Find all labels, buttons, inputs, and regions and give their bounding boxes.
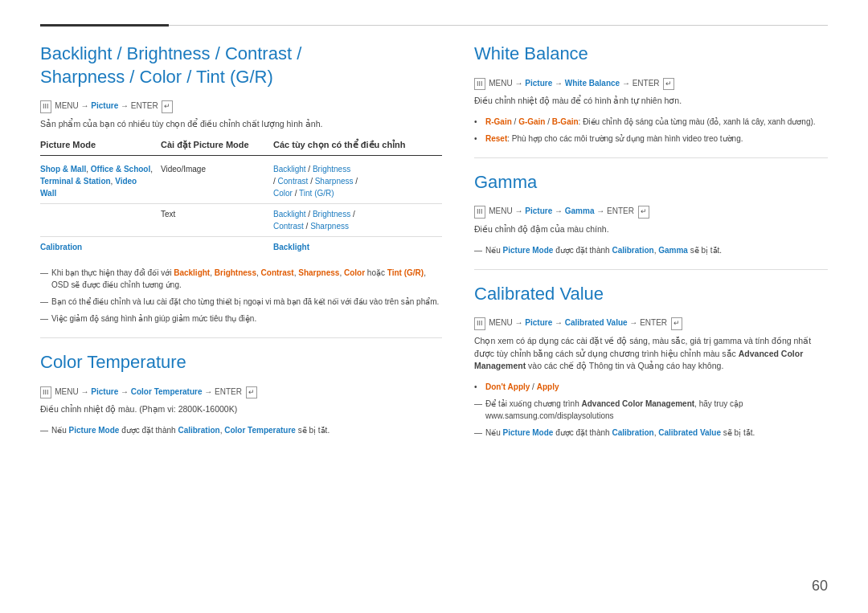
header-col1: Picture Mode — [40, 138, 161, 152]
color-temp-menu-path: III MENU → Picture → Color Temperature →… — [40, 386, 442, 399]
main-content: Backlight / Brightness / Contrast / Shar… — [40, 43, 828, 443]
row1-col2: Video/Image — [161, 163, 273, 175]
acm-bold-2: Advanced Color Management — [582, 399, 695, 408]
picture-link-cv: Picture — [525, 318, 552, 327]
gamma-link: Gamma — [565, 206, 595, 215]
enter-icon-wb: ↵ — [663, 78, 674, 91]
apply: Apply — [537, 382, 559, 391]
g-gain: G-Gain — [518, 117, 545, 126]
cal-col3: Backlight — [273, 241, 442, 253]
header-col2: Cài đặt Picture Mode — [161, 138, 273, 152]
gamma-bold: Gamma — [658, 246, 688, 255]
color-link: Color — [273, 189, 293, 198]
color-bold: Color — [344, 268, 365, 277]
contrast-link: Contrast — [278, 177, 309, 186]
color-temp-desc: Điều chỉnh nhiệt độ màu. (Phạm vi: 2800K… — [40, 403, 442, 416]
backlight-notes: Khi bạn thực hiện thay đổi đối với Backl… — [40, 267, 442, 325]
brightness-bold: Brightness — [215, 268, 256, 277]
calibration-bold-g: Calibration — [612, 246, 653, 255]
color-temp-link: Color Temperature — [131, 387, 203, 396]
note-3: Việc giảm độ sáng hình ảnh giúp giảm mức… — [40, 313, 442, 325]
divider-2 — [474, 157, 828, 158]
r-gain: R-Gain — [485, 117, 512, 126]
color-temp-title: Color Temperature — [40, 351, 442, 374]
backlight-desc: Sản phẩm của bạn có nhiều tùy chọn để đi… — [40, 118, 442, 131]
shop-mall-link: Shop & Mall — [40, 165, 86, 174]
row2-col2: Text — [161, 208, 273, 220]
menu-icon-g: III — [474, 206, 485, 219]
video-link: Video — [115, 177, 137, 186]
backlight-link2: Backlight — [273, 210, 306, 219]
border-right — [169, 25, 828, 26]
white-balance-desc: Điều chỉnh nhiệt độ màu để có hình ảnh t… — [474, 95, 828, 108]
contrast-bold: Contrast — [261, 268, 294, 277]
calibrated-value-title: Calibrated Value — [474, 283, 828, 306]
picture-link: Picture — [91, 101, 118, 110]
calibration-bold-cv: Calibration — [612, 428, 653, 437]
picture-link-g: Picture — [525, 206, 552, 215]
backlight-title: Backlight / Brightness / Contrast / Shar… — [40, 43, 442, 88]
terminal-link: Terminal & Station — [40, 177, 111, 186]
gamma-title: Gamma — [474, 171, 828, 194]
row1-col3: Backlight / Brightness / Contrast / Shar… — [273, 163, 442, 199]
calibration-row: Calibration Backlight — [40, 237, 442, 257]
wb-bullet-1: R-Gain / G-Gain / B-Gain: Điều chỉnh độ … — [474, 116, 828, 128]
tint-bold: Tint (G/R) — [387, 268, 424, 277]
b-gain: B-Gain — [552, 117, 579, 126]
top-border — [40, 24, 828, 27]
row1-col1: Shop & Mall, Office & School, Terminal &… — [40, 163, 161, 199]
white-balance-menu-path: III MENU → Picture → White Balance → ENT… — [474, 77, 828, 91]
note-1: Khi bạn thực hiện thay đổi đối với Backl… — [40, 267, 442, 291]
wall-link: Wall — [40, 189, 56, 198]
left-column: Backlight / Brightness / Contrast / Shar… — [40, 43, 442, 443]
picture-link-ct: Picture — [91, 387, 118, 396]
picture-mode-bold-g: Picture Mode — [503, 246, 554, 255]
calibration-bold: Calibration — [178, 426, 219, 435]
color-temp-bold: Color Temperature — [224, 426, 296, 435]
calibrated-value-menu-path: III MENU → Picture → Calibrated Value → … — [474, 317, 828, 330]
table-row-2: Text Backlight / Brightness / Contrast /… — [40, 204, 442, 237]
cv-link: Calibrated Value — [565, 318, 628, 327]
brightness-link2: Brightness — [313, 210, 350, 219]
border-left — [40, 24, 169, 27]
picture-mode-bold: Picture Mode — [69, 426, 120, 435]
enter-icon-ct: ↵ — [246, 386, 257, 399]
row2-col3: Backlight / Brightness / Contrast / Shar… — [273, 208, 442, 232]
menu-icon-wb: III — [474, 78, 485, 91]
menu-label: MENU — [55, 101, 80, 110]
enter-icon-g: ↵ — [638, 206, 649, 219]
enter-icon-cv: ↵ — [671, 317, 682, 330]
backlight-link: Backlight — [273, 165, 306, 174]
wb-bullet-2: Reset: Phù hợp cho các môi trường sử dụn… — [474, 133, 828, 145]
picture-link-wb: Picture — [525, 79, 552, 88]
picture-mode-table: Picture Mode Cài đặt Picture Mode Các tù… — [40, 138, 442, 257]
sharpness-link: Sharpness — [315, 177, 354, 186]
page: Backlight / Brightness / Contrast / Shar… — [0, 0, 868, 613]
table-row: Shop & Mall, Office & School, Terminal &… — [40, 159, 442, 204]
white-balance-title: White Balance — [474, 43, 828, 66]
cv-bullet-1: Don't Apply / Apply — [474, 381, 828, 393]
header-col3: Các tùy chọn có thể điều chỉnh — [273, 138, 442, 152]
divider-1 — [40, 337, 442, 338]
wb-link: White Balance — [565, 79, 620, 88]
menu-icon: III — [40, 100, 51, 113]
picture-mode-bold-cv: Picture Mode — [503, 428, 554, 437]
sharpness-link2: Sharpness — [310, 222, 349, 231]
calibrated-value-desc: Chọn xem có áp dụng các cài đặt về độ sá… — [474, 335, 828, 373]
sharpness-bold: Sharpness — [298, 268, 339, 277]
dont-apply: Don't Apply — [485, 382, 530, 391]
right-column: White Balance III MENU → Picture → White… — [474, 43, 828, 443]
table-header: Picture Mode Cài đặt Picture Mode Các tù… — [40, 138, 442, 156]
divider-3 — [474, 269, 828, 270]
brightness-link: Brightness — [313, 165, 350, 174]
gamma-menu-path: III MENU → Picture → Gamma → ENTER ↵ — [474, 205, 828, 219]
tint-link: Tint (G/R) — [299, 189, 334, 198]
page-number: 60 — [812, 575, 828, 597]
menu-icon-ct: III — [40, 386, 51, 399]
color-temp-note: Nếu Picture Mode được đặt thành Calibrat… — [40, 424, 442, 436]
acm-bold: Advanced Color Management — [474, 349, 803, 371]
cal-col1: Calibration — [40, 241, 161, 253]
contrast-link2: Contrast — [273, 222, 304, 231]
menu-icon-cv: III — [474, 317, 485, 330]
backlight-menu-path: III MENU → Picture → ENTER ↵ — [40, 100, 442, 113]
